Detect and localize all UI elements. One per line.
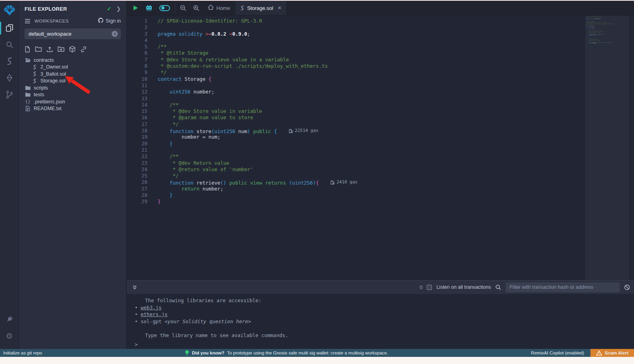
tree-item-contracts[interactable]: contracts: [19, 57, 126, 64]
tree-item-label: README.txt: [34, 106, 61, 111]
terminal-prompt[interactable]: >: [135, 341, 634, 348]
lightbulb-icon: [185, 350, 189, 356]
line-number: 19: [127, 134, 147, 140]
copilot-status[interactable]: RemixAI Copilot (enabled): [531, 351, 584, 355]
minimap-content: // SPDX-License-Identifier: GPL-3.0pragm…: [585, 15, 627, 47]
tree-item-storage-sol[interactable]: Storage.sol: [19, 78, 126, 85]
cube-icon[interactable]: [69, 46, 76, 53]
did-you-know-tip: Did you know? To prototype using the Gno…: [42, 350, 531, 356]
warning-icon: [596, 350, 602, 356]
code-line: }: [158, 192, 634, 198]
tree-item-label: tests: [34, 92, 44, 97]
upload-folder-icon[interactable]: [57, 46, 65, 52]
git-icon[interactable]: [0, 86, 19, 103]
workspace-name: default_workspace: [29, 31, 112, 37]
tree-item-label: .prettierrc.json: [34, 99, 65, 105]
line-number: 27: [127, 186, 147, 192]
line-number: 10: [127, 76, 147, 82]
upload-file-icon[interactable]: [46, 46, 53, 53]
tree-item-label: Storage.sol: [40, 78, 65, 84]
panel-title: FILE EXPLORER: [25, 6, 107, 12]
terminal-line: ethers.js: [135, 311, 634, 318]
library-link[interactable]: ethers.js: [141, 311, 168, 317]
listen-transactions-checkbox[interactable]: [427, 285, 432, 290]
code-line: */: [158, 69, 634, 76]
github-sign-in-button[interactable]: Sign in: [98, 17, 121, 25]
line-number: 7: [127, 57, 147, 63]
remix-ide-window: ⚙ FILE EXPLORER ✓ ❯ WORKSPACES Sign in d…: [0, 1, 634, 349]
home-icon: [208, 4, 214, 11]
plugin-manager-icon[interactable]: [0, 311, 19, 328]
gas-estimate-badge: 22514 gas: [289, 128, 319, 134]
editor-column: Home Storage.sol ✕ 123456789101112131415…: [127, 1, 634, 349]
activity-bar: ⚙: [0, 1, 19, 349]
activity-bar-top: [0, 1, 19, 103]
tree-item-2-owner-sol[interactable]: 2_Owner.sol: [19, 64, 126, 71]
line-number: 11: [127, 82, 147, 89]
line-number: 15: [127, 108, 147, 114]
editor-toolbar: Home Storage.sol ✕: [127, 1, 634, 15]
status-bar: Initialize as git repo Did you know? To …: [0, 349, 634, 357]
terminal-search-icon[interactable]: [495, 284, 501, 290]
file-explorer-icon[interactable]: [0, 20, 19, 36]
tree-item-label: 2_Owner.sol: [40, 64, 68, 70]
settings-icon[interactable]: ⚙: [0, 328, 19, 344]
tree-item--prettierrc-json[interactable]: {}.prettierrc.json: [19, 98, 126, 105]
chevron-right-icon[interactable]: ❯: [116, 6, 121, 12]
zoom-out-button[interactable]: [177, 1, 190, 15]
zoom-in-button[interactable]: [190, 1, 203, 15]
terminal-lines: The following libraries are accessible:w…: [135, 297, 634, 339]
line-number: 13: [127, 95, 147, 102]
workspace-select[interactable]: default_workspace: [25, 29, 121, 39]
close-tab-icon[interactable]: ✕: [277, 5, 281, 11]
line-number: 1: [127, 18, 147, 24]
code-line: */: [158, 121, 634, 128]
terminal-output[interactable]: The following libraries are accessible:w…: [127, 294, 634, 349]
code-line: /**: [158, 153, 634, 160]
deploy-run-icon[interactable]: [0, 70, 19, 86]
remixai-robot-icon[interactable]: [142, 1, 156, 15]
line-number: 17: [127, 121, 147, 128]
tree-item-tests[interactable]: tests: [19, 91, 126, 99]
listen-transactions-label: Listen on all transactions: [436, 284, 491, 290]
solidity-file-icon: [240, 6, 244, 11]
tab-home[interactable]: Home: [203, 1, 235, 15]
code-editor[interactable]: 1234567891011121314151617181920212223242…: [127, 15, 634, 280]
scam-alert-button[interactable]: Scam Alert: [590, 349, 634, 357]
link-icon[interactable]: [80, 46, 87, 53]
line-number: 8: [127, 63, 147, 69]
line-number: 12: [127, 89, 147, 95]
tree-item-label: scripts: [34, 85, 48, 91]
minimap[interactable]: // SPDX-License-Identifier: GPL-3.0pragm…: [585, 15, 629, 280]
remix-logo[interactable]: [0, 1, 19, 20]
scam-alert-label: Scam Alert: [605, 351, 628, 355]
clear-console-icon[interactable]: [624, 284, 630, 290]
new-folder-icon[interactable]: [35, 46, 42, 52]
code-line: }: [158, 141, 634, 147]
code-line: /**: [158, 102, 634, 108]
code-line: * @custom:dev-run-script ./scripts/deplo…: [158, 63, 634, 69]
code-line: * @title Storage: [158, 50, 634, 56]
tab-storage-sol[interactable]: Storage.sol ✕: [235, 1, 287, 15]
terminal-line: sol-gpt <your Solidity question here>: [135, 318, 634, 325]
code-lines: // SPDX-License-Identifier: GPL-3.0pragm…: [150, 15, 634, 280]
copilot-toggle[interactable]: [156, 1, 173, 15]
tree-item-3-ballot-sol[interactable]: 3_Ballot.sol: [19, 71, 126, 78]
run-script-button[interactable]: [127, 1, 142, 15]
search-icon[interactable]: [0, 36, 19, 53]
file-icon: [25, 106, 31, 111]
library-link[interactable]: web3.js: [141, 305, 162, 311]
file-tree: contracts2_Owner.sol3_Ballot.solStorage.…: [19, 57, 126, 112]
tree-item-scripts[interactable]: scripts: [19, 84, 126, 91]
new-file-icon[interactable]: [25, 46, 31, 53]
git-init-status[interactable]: Initialize as git repo: [3, 351, 42, 355]
code-line: uint256 number;: [158, 89, 634, 95]
line-number: 14: [127, 102, 147, 108]
hamburger-menu-icon[interactable]: [25, 19, 31, 24]
solidity-compiler-icon[interactable]: [0, 53, 19, 70]
tree-item-readme-txt[interactable]: README.txt: [19, 105, 126, 112]
workspace-spinner-icon: [112, 31, 118, 37]
workspaces-row: WORKSPACES Sign in: [19, 15, 126, 27]
expand-terminal-icon[interactable]: [132, 284, 137, 290]
transaction-filter-input[interactable]: [506, 282, 620, 292]
